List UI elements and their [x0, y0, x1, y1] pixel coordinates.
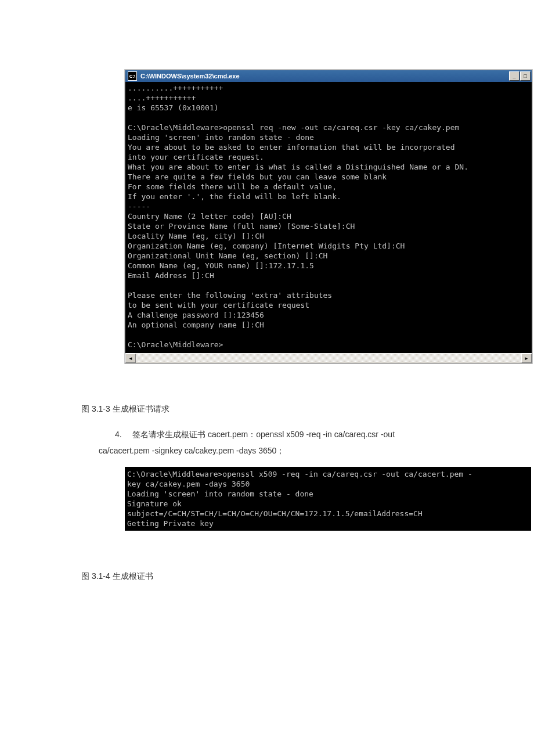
figure-caption-2: 图 3.1-4 生成根证书: [81, 571, 534, 582]
cmd-window-1: C:\ C:\WINDOWS\system32\cmd.exe _ □ ....…: [125, 70, 532, 363]
terminal-output-1: ..........+++++++++++ ....+++++++++++ e …: [125, 82, 532, 353]
window-controls: _ □: [508, 71, 531, 81]
step-4-line-1: 签名请求生成根证书 cacert.pem：openssl x509 -req -…: [132, 430, 395, 439]
window-title: C:\WINDOWS\system32\cmd.exe: [139, 73, 508, 80]
figure-caption-1: 图 3.1-3 生成根证书请求: [81, 404, 534, 415]
step-4-line-2: ca/cacert.pem -signkey ca/cakey.pem -day…: [99, 446, 284, 455]
cmd-window-2: C:\Oracle\Middleware>openssl x509 -req -…: [125, 467, 531, 531]
cmd-icon: C:\: [128, 71, 137, 81]
window-title-bar: C:\ C:\WINDOWS\system32\cmd.exe _ □: [125, 70, 532, 82]
minimize-button[interactable]: _: [509, 71, 519, 81]
scroll-left-button[interactable]: ◄: [125, 354, 136, 363]
scroll-right-button[interactable]: ►: [521, 354, 532, 363]
horizontal-scrollbar[interactable]: ◄ ►: [125, 353, 532, 363]
terminal-output-2: C:\Oracle\Middleware>openssl x509 -req -…: [125, 467, 531, 531]
list-number: 4.: [115, 426, 132, 442]
maximize-button[interactable]: □: [520, 71, 531, 81]
document-page: C:\ C:\WINDOWS\system32\cmd.exe _ □ ....…: [0, 70, 534, 617]
scroll-track[interactable]: [136, 354, 521, 362]
step-4-text: 4.签名请求生成根证书 cacert.pem：openssl x509 -req…: [99, 426, 476, 459]
